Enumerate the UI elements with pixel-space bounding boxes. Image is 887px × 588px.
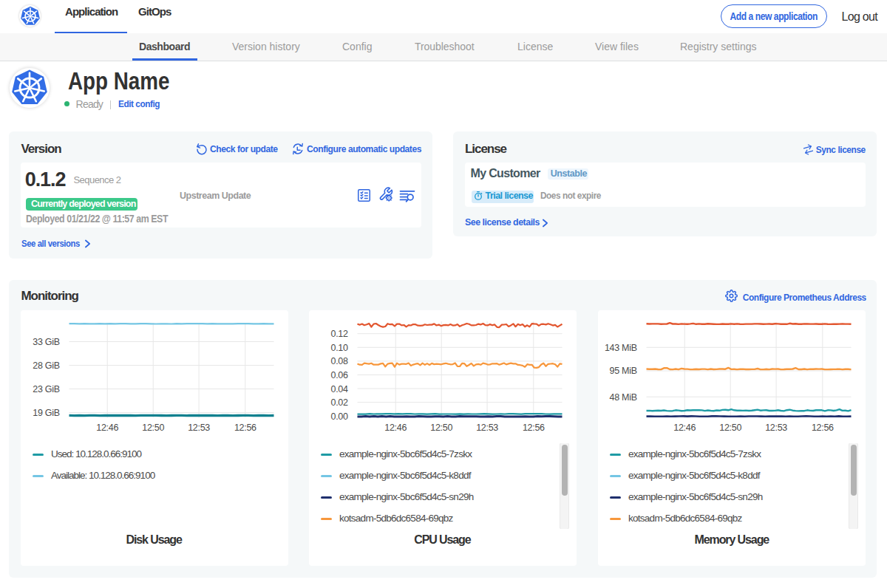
svg-text:12:53: 12:53 bbox=[476, 423, 498, 433]
svg-text:0.02: 0.02 bbox=[331, 397, 348, 408]
svg-text:12:56: 12:56 bbox=[812, 423, 834, 433]
svg-text:12:46: 12:46 bbox=[384, 423, 407, 433]
svg-text:48 MiB: 48 MiB bbox=[610, 392, 637, 403]
svg-text:12:50: 12:50 bbox=[719, 423, 741, 433]
svg-text:12:46: 12:46 bbox=[673, 423, 696, 433]
svg-text:0.04: 0.04 bbox=[331, 384, 348, 394]
svg-text:0.00: 0.00 bbox=[331, 411, 348, 422]
svg-text:12:50: 12:50 bbox=[142, 423, 164, 433]
svg-text:0.10: 0.10 bbox=[331, 343, 348, 353]
svg-text:143 MiB: 143 MiB bbox=[605, 343, 637, 353]
svg-text:19 GiB: 19 GiB bbox=[33, 408, 59, 418]
svg-text:12:56: 12:56 bbox=[234, 423, 256, 433]
svg-text:12:56: 12:56 bbox=[523, 423, 545, 433]
svg-text:33 GiB: 33 GiB bbox=[33, 337, 59, 347]
svg-text:0.06: 0.06 bbox=[331, 370, 348, 380]
svg-text:95 MiB: 95 MiB bbox=[610, 366, 637, 376]
svg-text:12:50: 12:50 bbox=[430, 423, 452, 433]
svg-text:0.12: 0.12 bbox=[331, 329, 348, 339]
svg-text:0.08: 0.08 bbox=[331, 356, 348, 366]
svg-text:28 GiB: 28 GiB bbox=[33, 360, 59, 371]
svg-text:12:53: 12:53 bbox=[188, 423, 210, 433]
svg-text:12:53: 12:53 bbox=[765, 423, 787, 433]
svg-text:23 GiB: 23 GiB bbox=[33, 384, 59, 394]
svg-text:12:46: 12:46 bbox=[96, 423, 118, 433]
